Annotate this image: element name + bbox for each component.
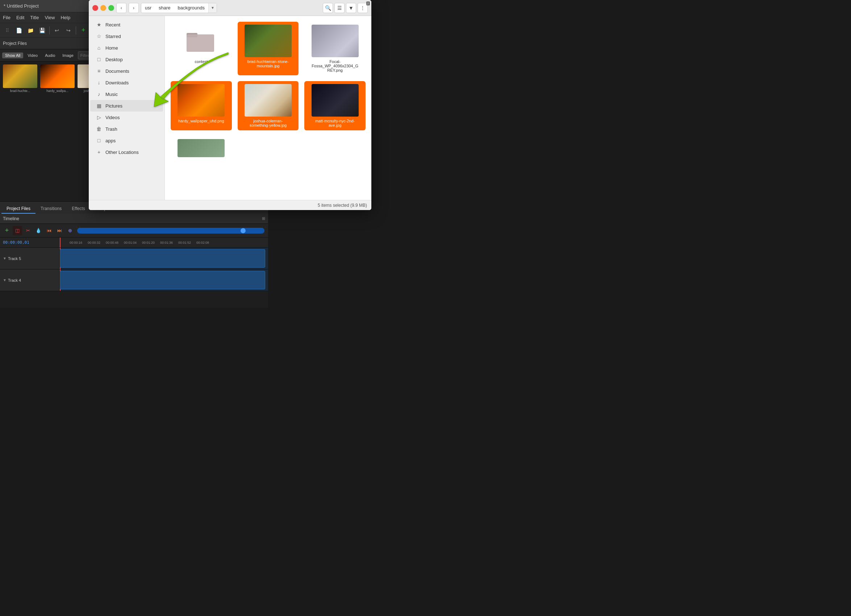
breadcrumb-dropdown-icon[interactable]: ▼	[208, 3, 217, 13]
list-item[interactable]: hardy_wallpaper_uhd.png	[171, 81, 232, 131]
sidebar-item-downloads[interactable]: ↓ Downloads	[90, 77, 163, 89]
menu-file[interactable]: File	[3, 15, 11, 20]
music-icon: ♪	[96, 91, 102, 97]
breadcrumb: usr share backgrounds ▼	[141, 3, 217, 13]
sidebar-item-starred[interactable]: ☆ Starred	[90, 30, 163, 42]
maximize-button[interactable]: +	[108, 5, 114, 11]
jump-start-button[interactable]: ⏮	[44, 226, 54, 235]
apps-icon: □	[96, 138, 102, 143]
list-item[interactable]: hardy_wallpa...	[40, 65, 75, 198]
sidebar-item-trash[interactable]: 🗑 Trash	[90, 123, 163, 135]
new-button[interactable]: 📄	[14, 26, 24, 36]
track5-content[interactable]	[60, 248, 268, 269]
sidebar-label-home: Home	[105, 45, 118, 51]
view-options-button[interactable]: ▼	[346, 3, 356, 13]
list-view-button[interactable]: ☰	[334, 3, 344, 13]
track5-clip[interactable]	[60, 249, 265, 267]
editor-title: * Untitled Project	[4, 3, 39, 9]
ruler-mark-6: 00:01:36	[160, 241, 173, 245]
save-button[interactable]: 💾	[37, 26, 47, 36]
list-item[interactable]	[171, 136, 232, 160]
sidebar-item-videos[interactable]: ▷ Videos	[90, 111, 163, 123]
file-name-focal: Focal-Fossa_WP_4096x2304_GREY.png	[311, 59, 359, 72]
enable-button[interactable]: ◫	[13, 226, 22, 235]
file-name-contest: contest	[195, 59, 207, 64]
sidebar-label-pictures: Pictures	[105, 103, 122, 109]
timeline-progress[interactable]	[77, 228, 265, 234]
undo-button[interactable]: ↩	[52, 26, 62, 36]
filter-video[interactable]: Video	[25, 53, 41, 58]
search-button[interactable]: 🔍	[323, 3, 333, 13]
list-item[interactable]: contest	[171, 22, 232, 75]
list-item[interactable]: 2 matt-mcnulty-nyc-2nd-ave.jpg	[304, 81, 365, 131]
open-button[interactable]: 📁	[26, 26, 36, 36]
breadcrumb-backgrounds[interactable]: backgrounds	[174, 3, 208, 13]
color-button[interactable]: 💧	[34, 226, 43, 235]
thumb-label-hardy: hardy_wallpa...	[47, 89, 68, 93]
file-name-joshua: joshua-coleman-something-yellow.jpg	[245, 119, 292, 128]
tab-transitions[interactable]: Transitions	[36, 204, 67, 214]
list-item[interactable]: Focal-Fossa_WP_4096x2304_GREY.png	[304, 22, 365, 75]
close-button[interactable]: ✕	[92, 5, 98, 11]
align-button[interactable]: ⊕	[65, 226, 75, 235]
sidebar-item-apps[interactable]: □ apps	[90, 135, 163, 146]
sidebar-item-music[interactable]: ♪ Music	[90, 89, 163, 100]
breadcrumb-usr[interactable]: usr	[141, 3, 155, 13]
thumbnail-brad-fm	[245, 25, 292, 57]
timeline-expand-icon[interactable]: ⊞	[262, 216, 265, 221]
thumbnail-brad	[3, 65, 37, 88]
forward-button[interactable]: ›	[129, 3, 139, 13]
filter-show-all[interactable]: Show All	[2, 53, 23, 58]
menu-edit[interactable]: Edit	[16, 15, 24, 20]
back-button[interactable]: ‹	[116, 3, 126, 13]
timeline-header: Timeline ⊞	[0, 214, 268, 224]
track4-chevron[interactable]: ▼	[3, 278, 6, 282]
list-item[interactable]: joshua-coleman-something-yellow.jpg	[238, 81, 299, 131]
menu-view[interactable]: View	[45, 15, 55, 20]
sidebar-item-home[interactable]: ⌂ Home	[90, 42, 163, 54]
filter-image[interactable]: Image	[59, 53, 77, 58]
track5-label: ▼ Track 5	[0, 248, 60, 269]
tab-effects[interactable]: Effects	[67, 204, 90, 214]
ruler-mark-5: 00:01:20	[142, 241, 155, 245]
thumbnail-hardy-fm	[177, 84, 225, 117]
file-manager-window: ✕ – + ‹ › usr share backgrounds ▼ 🔍 ☰ ▼ …	[89, 0, 371, 210]
sidebar-label-apps: apps	[105, 138, 116, 143]
filter-audio[interactable]: Audio	[42, 53, 58, 58]
menu-title[interactable]: Title	[30, 15, 39, 20]
track4-clip[interactable]	[60, 271, 265, 289]
sidebar-label-videos: Videos	[105, 115, 120, 120]
jump-forward-button[interactable]: ⏭	[55, 226, 64, 235]
cut-button[interactable]: ✂	[23, 226, 33, 235]
list-item[interactable]: brad-huchteman-stone-mountain.jpg	[238, 22, 299, 75]
home-icon: ⌂	[96, 45, 102, 51]
tab-project-files[interactable]: Project Files	[2, 204, 36, 214]
redo-button[interactable]: ↪	[63, 26, 74, 36]
thumbnail-focal	[311, 25, 359, 57]
add-button[interactable]: +	[78, 26, 89, 36]
thumbnail-partial	[177, 139, 225, 157]
thumb-label-brad: brad-huchte...	[10, 89, 30, 93]
playhead	[60, 237, 60, 247]
sidebar-label-other-locations: Other Locations	[105, 150, 139, 155]
sidebar-item-other-locations[interactable]: + Other Locations	[90, 146, 163, 158]
timeline-section: Timeline ⊞ + ◫ ✂ 💧 ⏮ ⏭ ⊕ 00:00:00,01 00:…	[0, 214, 268, 308]
menu-help[interactable]: Help	[60, 15, 70, 20]
toolbar-grip-icon: ⠿	[2, 26, 12, 36]
timeline-ruler: 00:00:00,01 00:00:16 00:00:32 00:00:48 0…	[0, 237, 268, 248]
sidebar-item-recent[interactable]: ★ Recent	[90, 19, 163, 30]
fm-grid: contest brad-huchteman-stone-mountain.jp…	[171, 22, 365, 160]
sidebar-item-documents[interactable]: ≡ Documents	[90, 65, 163, 77]
track5-chevron[interactable]: ▼	[3, 256, 6, 260]
sidebar-item-desktop[interactable]: □ Desktop	[90, 54, 163, 65]
sidebar-label-documents: Documents	[105, 68, 129, 74]
track4-content[interactable]	[60, 269, 268, 291]
sidebar-item-pictures[interactable]: ▦ Pictures	[90, 100, 163, 111]
thumbnail-joshua-fm	[245, 84, 292, 117]
ruler-mark-2: 00:00:32	[88, 241, 100, 245]
add-track-button[interactable]: +	[2, 226, 12, 235]
ruler-mark-4: 00:01:04	[124, 241, 137, 245]
minimize-button[interactable]: –	[100, 5, 106, 11]
breadcrumb-share[interactable]: share	[155, 3, 174, 13]
list-item[interactable]: brad-huchte...	[3, 65, 37, 198]
